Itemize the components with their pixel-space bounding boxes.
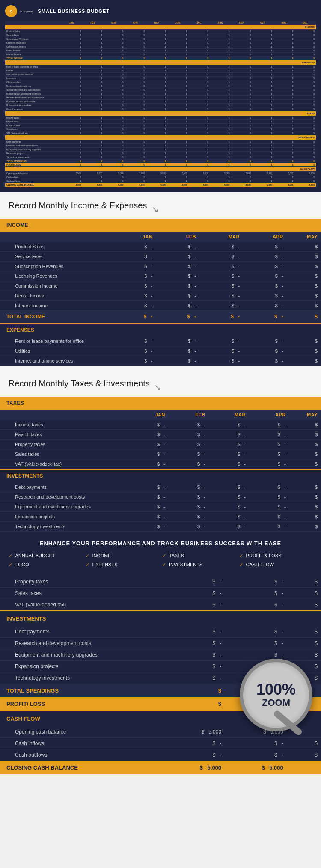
feature-label: ANNUAL BUDGET <box>15 553 55 558</box>
feature-profit-loss: ✓ PROFIT & LOSS <box>239 553 313 559</box>
row-label: VAT (Value-added tax) <box>0 459 128 470</box>
feature-taxes: ✓ TAXES <box>162 553 236 559</box>
check-icon: ✓ <box>86 553 89 558</box>
row-label: Technology investments <box>0 672 163 684</box>
feature-label: TAXES <box>169 553 184 558</box>
table-row: Utilities $ -$ - $ -$ - $ <box>0 346 321 356</box>
cash-outflows-row: Cash outflows $ - $ - $ <box>0 749 321 761</box>
table-row: Equipment and machinery upgrades $ -$ - … <box>0 502 321 512</box>
total-income-row: TOTAL INCOME $ -$ - $ -$ - $ <box>0 311 321 324</box>
closing-label: CLOSING CASH BALANCE <box>0 761 163 775</box>
total-spendings-label: TOTAL SPENDINGS <box>0 684 163 698</box>
feature-income: ✓ INCOME <box>86 553 159 559</box>
logo-icon: C <box>10 9 12 13</box>
table-row: Internet and phone services $ -$ - $ -$ … <box>0 356 321 366</box>
taxes-investments-section: TAXES JAN FEB MAR APR MAY Income taxes $… <box>0 397 321 532</box>
check-icon: ✓ <box>9 553 12 558</box>
table-row: Expansion projects $ -$ - $ -$ - $ <box>0 512 321 522</box>
enhance-heading: ENHANCE YOUR PERFORMANCE AND TRACK BUSIN… <box>9 540 312 547</box>
row-label: Technology investments <box>0 522 128 532</box>
row-label: Licensing Revenues <box>0 271 113 281</box>
check-icon: ✓ <box>86 562 89 567</box>
features-grid: ✓ ANNUAL BUDGET ✓ INCOME ✓ TAXES ✓ PROFI… <box>9 553 312 568</box>
row-label: Property taxes <box>0 576 163 588</box>
col-mar: MAR <box>209 410 249 420</box>
table-row: Property taxes $ - $ - $ <box>0 576 321 588</box>
expenses-subheader: EXPENSES <box>0 323 321 336</box>
taxes-investments-table: TAXES JAN FEB MAR APR MAY Income taxes $… <box>0 397 321 532</box>
arrow-icon-2: ↘ <box>154 382 161 392</box>
col-header-jan: JAN <box>113 232 156 242</box>
row-label: Interest Income <box>0 301 113 311</box>
record-income-title: Record Monthly Income & Expenses <box>9 201 147 211</box>
table-row: Sales taxes $ -$ - $ -$ - $ <box>0 449 321 459</box>
feature-label: CASH FLOW <box>246 562 274 567</box>
col-feb: FEB <box>169 410 209 420</box>
closing-v1: $ 5,000 <box>163 761 225 775</box>
feature-logo: ✓ LOGO <box>9 562 82 568</box>
col-jan: JAN <box>128 410 169 420</box>
closing-v2: $ 5,000 <box>225 761 287 775</box>
table-row: Sales taxes $ - $ - $ <box>0 588 321 599</box>
total-label: TOTAL INCOME <box>0 311 113 324</box>
row-label: Expansion projects <box>0 512 128 522</box>
row-label: Utilities <box>0 346 113 356</box>
expenses-section-mini: EXPENSES <box>5 60 316 65</box>
profit-loss-label: PROFIT/ LOSS <box>0 697 163 711</box>
feature-label: INVESTMENTS <box>169 562 202 567</box>
table-row: Product Sales $ -$ - $ -$ - $ <box>0 242 321 252</box>
record-income-heading: Record Monthly Income & Expenses ↘ <box>0 192 321 219</box>
feature-label: LOGO <box>15 562 29 567</box>
table-row: Interest Income $ -$ - $ -$ - $ <box>0 301 321 311</box>
table-row: Rent or lease payments for office $ -$ -… <box>0 336 321 346</box>
check-icon: ✓ <box>162 553 166 558</box>
feature-annual-budget: ✓ ANNUAL BUDGET <box>9 553 82 559</box>
expenses-label: EXPENSES <box>0 323 321 336</box>
row-label: Research and development costs <box>0 638 163 649</box>
income-section-header: INCOME <box>0 219 321 232</box>
zoom-percentage: 100% <box>256 682 296 697</box>
row-label: Payroll taxes <box>0 430 128 440</box>
row-label: Equipment and machinery upgrades <box>0 649 163 661</box>
check-icon: ✓ <box>162 562 166 567</box>
check-icon: ✓ <box>9 562 12 567</box>
investments-label-bottom: INVESTMENTS <box>0 611 321 626</box>
cashflow-section-mini: CASH FLOW <box>5 167 316 172</box>
table-row: Subscription Revenues $ -$ - $ -$ - $ <box>0 262 321 271</box>
row-label: Cash inflows <box>0 738 163 749</box>
income-table-section: INCOME JAN FEB MAR APR MAY Product Sales… <box>0 219 321 366</box>
investments-label: INVESTMENTS <box>0 469 321 482</box>
sheet-header: C company SMALL BUSINESS BUDGET <box>5 5 316 17</box>
col-header-may: MAY <box>287 232 321 242</box>
row-label: Commission Income <box>0 281 113 291</box>
arrow-icon: ↘ <box>152 204 159 214</box>
mini-spreadsheet: JANFEBMARAPRMAY JUNJULAUGSEPOCT NOVDEC I… <box>5 21 316 187</box>
row-label: Expansion projects <box>0 661 163 672</box>
table-row: Technology investments $ -$ - $ -$ - $ <box>0 522 321 532</box>
table-row: Debt payments $ - $ - $ <box>0 626 321 638</box>
row-label: Debt payments <box>0 626 163 638</box>
col-header-label <box>0 232 113 242</box>
col-header-apr: APR <box>243 232 287 242</box>
closing-cash-row: CLOSING CASH BALANCE $ 5,000 $ 5,000 <box>0 761 321 775</box>
table-row: Commission Income $ -$ - $ -$ - $ <box>0 281 321 291</box>
check-icon: ✓ <box>239 553 243 558</box>
zoom-label: ZOOM <box>262 697 290 708</box>
row-label: Debt payments <box>0 482 128 492</box>
table-row: Licensing Revenues $ -$ - $ -$ - $ <box>0 271 321 281</box>
row-label: VAT (Value-added tax) <box>0 599 163 611</box>
investments-header-bottom: INVESTMENTS <box>0 611 321 626</box>
feature-cash-flow: ✓ CASH FLOW <box>239 562 313 568</box>
row-label: Income taxes <box>0 420 128 430</box>
profit-loss-val: $ <box>163 697 225 711</box>
table-row: Income taxes $ -$ - $ -$ - $ <box>0 420 321 430</box>
table-row: Service Fees $ -$ - $ -$ - $ <box>0 252 321 262</box>
row-label: Product Sales <box>0 242 113 252</box>
row-label: Service Fees <box>0 252 113 262</box>
bottom-section: Property taxes $ - $ - $ Sales taxes $ -… <box>0 576 321 774</box>
zoom-magnifier: 100% ZOOM <box>240 659 312 731</box>
row-label: Rental Income <box>0 291 113 301</box>
row-label: Property taxes <box>0 440 128 449</box>
cash-inflows-row: Cash inflows $ - $ - $ <box>0 738 321 749</box>
col-header-mar: MAR <box>199 232 243 242</box>
